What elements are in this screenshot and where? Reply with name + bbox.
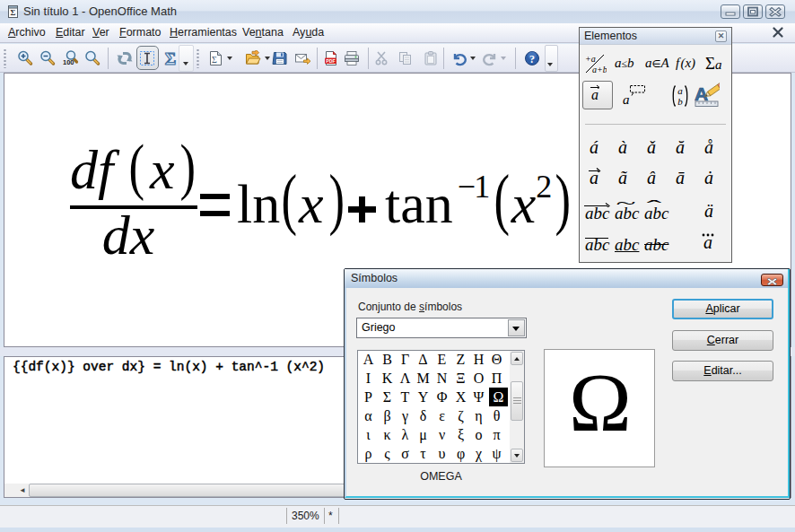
svg-text:Σ: Σ xyxy=(11,8,16,17)
svg-text:a+b: a+b xyxy=(592,65,607,74)
svg-text:+a: +a xyxy=(585,54,596,64)
svg-text:Σ: Σ xyxy=(165,50,176,66)
svg-text:Σ: Σ xyxy=(212,55,217,65)
svg-text:PDF: PDF xyxy=(326,58,335,64)
svg-text:?: ? xyxy=(529,53,535,65)
svg-text:b: b xyxy=(677,96,683,107)
svg-text:a: a xyxy=(677,85,683,96)
svg-text:100: 100 xyxy=(63,58,74,66)
